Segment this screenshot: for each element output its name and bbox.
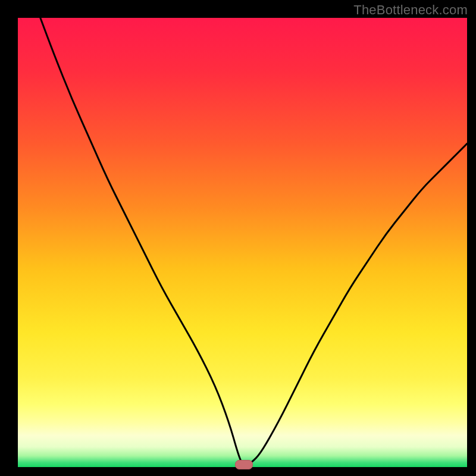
chart-frame: TheBottleneck.com xyxy=(0,0,476,476)
gradient-background xyxy=(18,18,467,467)
plot-svg xyxy=(18,18,467,467)
optimal-point-marker xyxy=(235,460,253,469)
watermark-text: TheBottleneck.com xyxy=(353,2,468,18)
plot-area xyxy=(18,18,467,467)
